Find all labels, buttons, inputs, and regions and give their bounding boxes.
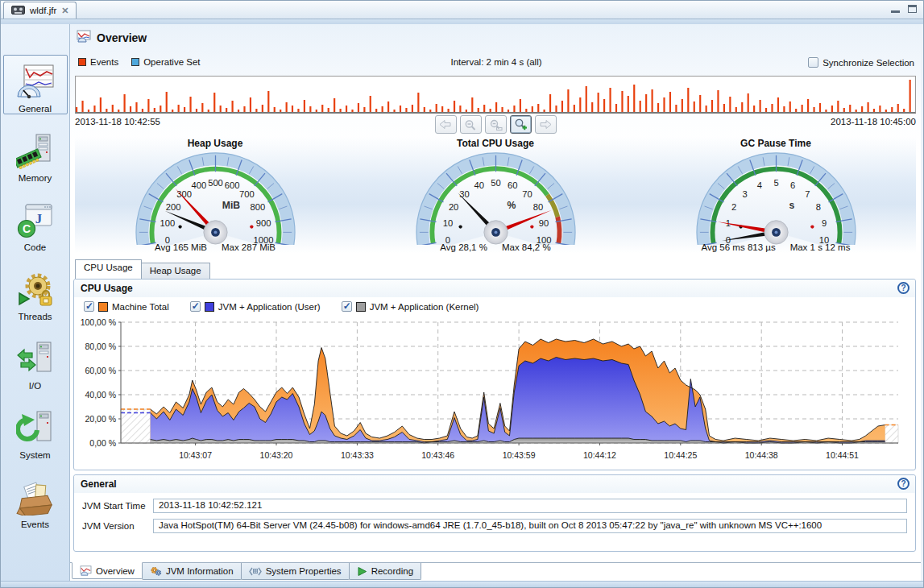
zoom-in-button[interactable] <box>510 115 532 134</box>
toggle-jvm-kernel[interactable]: JVM + Application (Kernel) <box>342 301 479 312</box>
general-section: General ? JVM Start Time 2013-11-18 10:4… <box>73 474 916 552</box>
gauge-heap-usage: Heap Usage 01002003004005006007008009001… <box>75 137 355 259</box>
section-title: CPU Usage <box>81 283 133 294</box>
checkbox-icon[interactable] <box>190 301 201 312</box>
legend-events-label: Events <box>90 57 118 67</box>
gauge-summary: Avg 56 ms 813 µs Max 1 s 12 ms <box>702 242 851 252</box>
event-box-icon <box>16 480 55 517</box>
tab-label: Overview <box>96 566 135 576</box>
memory-module-icon <box>16 134 55 171</box>
svg-text:50: 50 <box>491 178 500 188</box>
checkbox-icon[interactable] <box>808 57 818 68</box>
legend-operative-set-label: Operative Set <box>143 57 200 67</box>
svg-text:5: 5 <box>773 178 778 188</box>
view-window-buttons <box>891 5 917 13</box>
magnifier-minus-icon <box>464 119 477 130</box>
synchronize-selection-checkbox[interactable]: Synchronize Selection <box>808 57 914 68</box>
sidebar-item-threads[interactable]: Threads <box>3 263 68 322</box>
overview-chart-icon <box>80 565 92 576</box>
timeline-legend: Events Operative Set <box>78 57 201 67</box>
tab-label: System Properties <box>266 566 342 576</box>
svg-text:40: 40 <box>474 180 483 190</box>
back-button[interactable] <box>435 115 457 134</box>
jvm-user-swatch-icon <box>205 302 214 312</box>
toggle-jvm-user[interactable]: JVM + Application (User) <box>190 301 321 312</box>
svg-text:100: 100 <box>160 218 175 228</box>
svg-text:20,00 %: 20,00 % <box>85 414 116 424</box>
flight-recording-cassette-icon <box>11 6 25 16</box>
editor-tab-wldf[interactable]: wldf.jfr ✕ <box>3 2 77 19</box>
toggle-label: JVM + Application (Kernel) <box>370 302 479 312</box>
editor-tabbar: wldf.jfr ✕ <box>1 1 923 19</box>
tab-cpu-usage[interactable]: CPU Usage <box>75 259 142 279</box>
cpu-usage-section: CPU Usage ? Machine Total JVM + Applicat… <box>73 279 916 470</box>
tab-label: JVM Information <box>166 566 234 576</box>
checkbox-icon[interactable] <box>342 301 352 312</box>
svg-text:6: 6 <box>790 180 795 190</box>
gauge-max-label: Max 287 MiB <box>222 242 276 252</box>
zoom-out-button[interactable] <box>460 115 482 134</box>
help-icon[interactable]: ? <box>897 282 909 294</box>
tab-system-properties[interactable]: System Properties <box>241 563 350 580</box>
page-tab-bar: Overview JVM Information System Properti… <box>70 562 921 580</box>
svg-text:10:43:20: 10:43:20 <box>260 450 293 460</box>
time-row: 2013-11-18 10:42:55 2013-11-18 10:4 <box>75 115 916 136</box>
tab-jvm-information[interactable]: JVM Information <box>142 563 242 580</box>
jvm-start-time-field[interactable]: 2013-11-18 10:42:52.121 <box>153 499 907 513</box>
sidebar-item-system[interactable]: System <box>3 401 68 461</box>
sidebar-item-code[interactable]: JC Code <box>3 193 68 253</box>
tab-recording[interactable]: Recording <box>349 563 421 580</box>
tab-overview[interactable]: Overview <box>72 562 143 579</box>
gauge-svg: 012345678910s <box>694 149 859 245</box>
sidebar-item-io[interactable]: I/O <box>3 332 68 391</box>
window-bottom-edge <box>1 581 923 587</box>
forward-button[interactable] <box>535 115 557 134</box>
field-label: JVM Version <box>82 521 153 531</box>
toggle-machine-total[interactable]: Machine Total <box>84 301 169 312</box>
tab-heap-usage[interactable]: Heap Usage <box>141 263 210 279</box>
svg-text:500: 500 <box>208 178 223 188</box>
svg-text:10:44:12: 10:44:12 <box>583 450 616 460</box>
arrow-left-icon <box>439 119 452 130</box>
svg-text:700: 700 <box>239 189 255 199</box>
zoom-out-selection-button[interactable] <box>485 115 507 134</box>
arrow-right-icon <box>539 119 552 130</box>
timeline-end-time: 2013-11-18 10:45:00 <box>831 117 916 126</box>
maximize-view-icon[interactable] <box>908 5 917 13</box>
jvm-version-field[interactable]: Java HotSpot(TM) 64-Bit Server VM (24.45… <box>153 519 907 533</box>
play-icon <box>357 566 367 577</box>
sidebar-item-general[interactable]: General <box>3 55 68 114</box>
svg-text:10:43:46: 10:43:46 <box>421 450 454 460</box>
svg-text:400: 400 <box>191 180 206 190</box>
cpu-usage-chart[interactable]: 100,00 %80,00 %60,00 %40,00 %20,00 %0,00… <box>76 314 909 466</box>
gauge-summary: Avg 28,1 % Max 84,2 % <box>440 242 550 252</box>
svg-text:100,00 %: 100,00 % <box>81 317 116 327</box>
tab-label: Recording <box>371 566 413 576</box>
svg-text:9: 9 <box>821 218 826 228</box>
svg-text:7: 7 <box>805 189 810 199</box>
synchronize-selection-label: Synchronize Selection <box>822 58 914 68</box>
svg-text:30: 30 <box>459 189 469 199</box>
page-title: Overview <box>97 31 147 44</box>
svg-text:10:43:33: 10:43:33 <box>341 450 374 460</box>
help-icon[interactable]: ? <box>897 478 909 490</box>
svg-text:10: 10 <box>442 218 452 228</box>
timeline-strip[interactable] <box>75 76 916 114</box>
checkbox-icon[interactable] <box>84 301 94 312</box>
code-window-icon: JC <box>16 203 55 240</box>
svg-text:C: C <box>22 222 30 235</box>
close-tab-icon[interactable]: ✕ <box>61 6 68 16</box>
sidebar-item-label: System <box>19 450 50 460</box>
field-label: JVM Start Time <box>82 501 153 511</box>
gauge-avg-label: Avg 56 ms 813 µs <box>702 242 776 252</box>
sidebar-item-memory[interactable]: Memory <box>3 124 68 184</box>
minimize-view-icon[interactable] <box>891 6 900 13</box>
sidebar-item-label: Memory <box>19 173 52 183</box>
svg-text:60: 60 <box>507 180 516 190</box>
svg-text:10:44:25: 10:44:25 <box>664 450 697 460</box>
svg-text:800: 800 <box>250 202 265 212</box>
svg-text:80: 80 <box>532 202 542 212</box>
svg-text:10:44:38: 10:44:38 <box>745 450 778 460</box>
svg-text:60,00 %: 60,00 % <box>85 366 116 375</box>
sidebar-item-events[interactable]: Events <box>3 470 68 530</box>
